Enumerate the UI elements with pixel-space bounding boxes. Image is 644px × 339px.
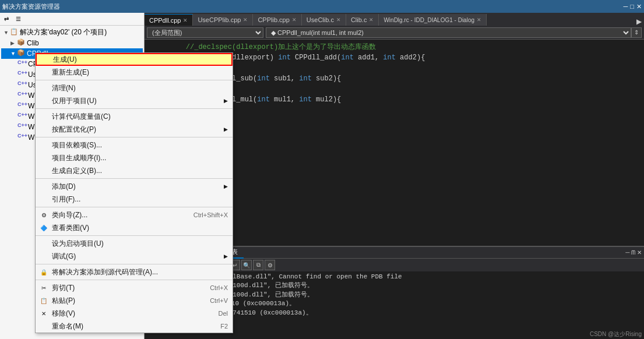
menu-item-debug[interactable]: 调试(G) ▶ xyxy=(36,250,233,263)
tab-label-clib: Clib.c xyxy=(351,16,367,23)
close-tab-useclib[interactable]: ✕ xyxy=(336,17,341,23)
shortcut-paste: Ctrl+V xyxy=(210,297,228,304)
properties-button[interactable]: ☰ xyxy=(13,14,23,24)
find-output-button[interactable]: 🔍 xyxy=(241,260,252,270)
menu-item-ref[interactable]: 引用(F)... xyxy=(36,193,233,206)
menu-item-builddef[interactable]: 生成自定义(B)... xyxy=(36,164,233,177)
icon-wi2: C++ xyxy=(17,101,27,111)
tab-clib[interactable]: Clib.c ✕ xyxy=(346,14,379,26)
tree-item-solution[interactable]: ▼ 📋 解决方案'day02' (20 个项目) xyxy=(1,27,143,38)
close-tab-cpplib[interactable]: ✕ xyxy=(292,17,297,23)
tab-cpplib[interactable]: CPPlib.cpp ✕ xyxy=(253,14,301,26)
tree-item-clib[interactable]: ▶ 📦 Clib xyxy=(1,38,143,48)
menu-label-buildorder: 项目生成顺序(I)... xyxy=(52,153,106,163)
icon-cppdll: 📦 xyxy=(16,49,26,58)
menu-label-build: 生成(U) xyxy=(53,55,77,65)
menu-label-paste: 粘贴(P) xyxy=(52,296,75,306)
icon-wi5: C++ xyxy=(17,133,27,142)
menu-item-codemeasure[interactable]: 计算代码度量值(C) xyxy=(36,110,233,123)
scroll-lock-button[interactable]: ⇕ xyxy=(631,27,642,38)
menu-item-build[interactable]: 生成(U) xyxy=(36,53,233,66)
menu-item-optimize[interactable]: 按配置优化(P) ▶ xyxy=(36,123,233,136)
menu-label-startup: 设为启动项目(U) xyxy=(52,239,104,249)
close-tab-windlg[interactable]: ✕ xyxy=(477,17,481,23)
context-menu: 生成(U) 重新生成(E) 清理(N) 仅用于项目(U) ▶ 计算代码度量值(C… xyxy=(35,52,233,333)
menu-item-wizard[interactable]: ⚙ 类向导(Z)... Ctrl+Shift+X xyxy=(36,209,233,221)
editor-tabs: CPPdll.cpp ✕ UseCPPlib.cpp ✕ CPPlib.cpp … xyxy=(145,13,644,26)
copy-button[interactable]: ⧉ xyxy=(253,260,263,270)
shortcut-remove: Del xyxy=(218,310,228,317)
explorer-toolbar: ⇄ ☰ xyxy=(0,13,144,26)
icon-clib: 📦 xyxy=(16,38,26,48)
menu-item-remove[interactable]: ✕ 移除(V) Del xyxy=(36,307,233,320)
output-panel-pin[interactable]: ─ ᗰ ✕ xyxy=(623,249,644,256)
menu-label-cut: 剪切(T) xyxy=(52,283,75,293)
menu-item-cut[interactable]: ✂ 剪切(T) Ctrl+X xyxy=(36,281,233,294)
menu-sep-3 xyxy=(36,137,233,137)
menu-sep-6 xyxy=(36,235,233,236)
menu-label-optimize: 按配置优化(P) xyxy=(52,125,96,135)
menu-label-addsource: 将解决方案添加到源代码管理(A)... xyxy=(52,267,158,277)
menu-item-only[interactable]: 仅用于项目(U) ▶ xyxy=(36,94,233,107)
settings-output-button[interactable]: ⚙ xyxy=(265,260,275,270)
menu-label-remove: 移除(V) xyxy=(52,309,75,319)
label-clib: Clib xyxy=(27,39,39,47)
title-bar: 解决方案资源管理器 ─ □ ✕ xyxy=(0,0,644,13)
tab-cppdll-cpp[interactable]: CPPdll.cpp ✕ xyxy=(145,14,193,26)
icon-wi3: C++ xyxy=(17,112,27,121)
label-solution: 解决方案'day02' (20 个项目) xyxy=(20,27,107,37)
tab-label-cpplib: CPPlib.cpp xyxy=(258,16,289,23)
menu-item-rebuild[interactable]: 重新生成(E) xyxy=(36,66,233,79)
close-tab-cppdll[interactable]: ✕ xyxy=(183,17,188,23)
sync-button[interactable]: ⇄ xyxy=(1,14,12,24)
menu-sep-5 xyxy=(36,207,233,207)
icon-us1: C++ xyxy=(17,70,27,79)
menu-label-wizard: 类向导(Z)... xyxy=(52,210,87,220)
menu-label-builddef: 生成自定义(B)... xyxy=(52,166,102,176)
close-panel-button[interactable]: ✕ xyxy=(636,3,642,10)
title-text: 解决方案资源管理器 xyxy=(2,2,60,11)
menu-item-viewclass[interactable]: 🔷 查看类图(V) xyxy=(36,221,233,234)
float-button[interactable]: □ xyxy=(630,3,634,10)
paste-icon: 📋 xyxy=(39,296,48,305)
address-bar: (全局范围) ◆ CPPdll_mul(int mul1, int mul2) … xyxy=(145,26,644,40)
pin-button[interactable]: ─ xyxy=(624,3,628,10)
gear-icon: ⚙ xyxy=(39,210,48,220)
tab-label-usecpplib: UseCPPlib.cpp xyxy=(198,16,241,23)
menu-item-buildorder[interactable]: 项目生成顺序(I)... xyxy=(36,151,233,164)
arrow-clib: ▶ xyxy=(10,40,16,46)
tab-label-windlg: WinDlg.rc - IDD_DIALOG1 - Dialog xyxy=(383,17,474,23)
tab-label-useclib: UseClib.c xyxy=(307,16,334,23)
tab-scroll-right[interactable]: ▶ xyxy=(634,17,644,26)
shortcut-rename: F2 xyxy=(220,323,228,330)
tab-useclib[interactable]: UseClib.c ✕ xyxy=(302,14,346,26)
arrow-add: ▶ xyxy=(224,183,228,189)
tab-label-cppdll: CPPdll.cpp xyxy=(149,17,181,24)
scope-selector[interactable]: (全局范围) xyxy=(147,27,263,38)
menu-label-rename: 重命名(M) xyxy=(52,322,83,331)
menu-sep-7 xyxy=(36,264,233,264)
menu-item-deps[interactable]: 项目依赖项(S)... xyxy=(36,139,233,151)
menu-label-deps: 项目依赖项(S)... xyxy=(52,140,102,150)
code-line-1: //_declspec(dllexport)加上这个是为了导出动态库函数 xyxy=(147,42,642,52)
menu-label-clean: 清理(N) xyxy=(52,83,76,93)
menu-item-startup[interactable]: 设为启动项目(U) xyxy=(36,237,233,250)
menu-item-paste[interactable]: 📋 粘贴(P) Ctrl+V xyxy=(36,294,233,307)
menu-label-only: 仅用于项目(U) xyxy=(52,96,97,106)
function-selector[interactable]: ◆ CPPdll_mul(int mul1, int mul2) xyxy=(266,27,631,38)
menu-item-rename[interactable]: 重命名(M) F2 xyxy=(36,320,233,333)
close-tab-clib[interactable]: ✕ xyxy=(369,17,374,23)
menu-sep-1 xyxy=(36,80,233,80)
menu-item-add[interactable]: 添加(D) ▶ xyxy=(36,180,233,193)
tab-usecpplib[interactable]: UseCPPlib.cpp ✕ xyxy=(193,14,253,26)
menu-label-debug: 调试(G) xyxy=(52,252,76,262)
menu-sep-4 xyxy=(36,178,233,179)
menu-item-clean[interactable]: 清理(N) xyxy=(36,82,233,94)
icon-wi4: C++ xyxy=(17,122,27,132)
close-tab-usecpplib[interactable]: ✕ xyxy=(243,17,248,23)
menu-label-rebuild: 重新生成(E) xyxy=(52,68,89,77)
icon-solution: 📋 xyxy=(9,28,19,37)
tab-windlg[interactable]: WinDlg.rc - IDD_DIALOG1 - Dialog ✕ xyxy=(379,14,487,26)
menu-item-addsource[interactable]: 🔒 将解决方案添加到源代码管理(A)... xyxy=(36,266,233,278)
icon-cp: C++ xyxy=(17,59,27,69)
